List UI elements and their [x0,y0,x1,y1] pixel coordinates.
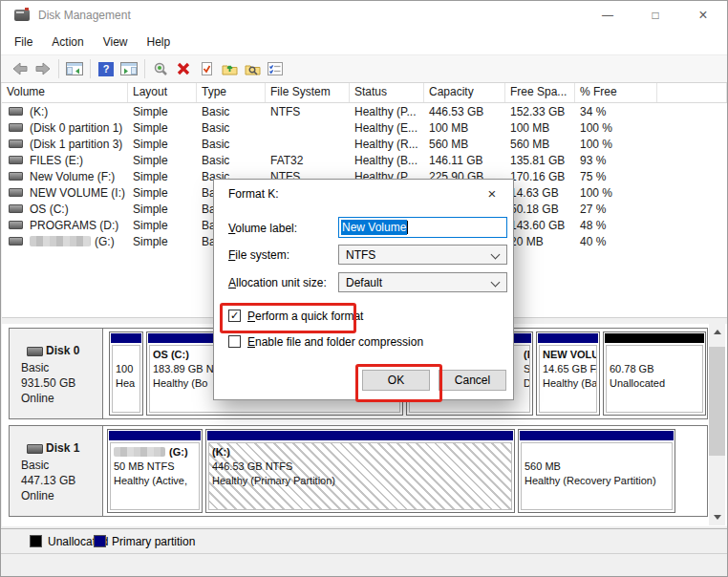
scroll-up-icon[interactable] [709,324,725,340]
legend-primary-label: Primary partition [112,535,195,548]
disk0-unallocated-space[interactable]: 60.78 GBUnallocated [603,331,706,416]
dialog-close-button[interactable]: × [481,183,503,203]
toolbar-separator [58,59,59,78]
table-header: Volume Layout Type File System Status Ca… [2,83,727,103]
primary-partition-bar [538,333,598,343]
view-options-icon[interactable] [264,57,287,80]
maximize-button[interactable]: □ [632,1,679,30]
text-caret [407,221,408,234]
properties-icon[interactable] [195,57,218,80]
volume-label-input[interactable]: New Volume [338,217,507,238]
volume-icon [9,107,23,116]
column-header-pct-free[interactable]: % Free [575,83,657,102]
column-header-file-system[interactable]: File System [266,83,350,102]
disk1-status: Online [21,489,54,502]
compression-checkbox[interactable] [228,335,241,348]
forward-icon[interactable] [32,57,54,80]
ok-annotation-box [355,364,442,402]
menu-action[interactable]: Action [42,32,93,53]
column-header-volume[interactable]: Volume [2,83,128,102]
volume-name: PROGRAMS (D:) [30,219,118,232]
legend-unallocated-swatch [30,535,42,547]
volume-name: NEW VOLUME (I:) [30,186,125,200]
column-header-type[interactable]: Type [197,83,266,102]
disk1-size: 447.13 GB [21,474,75,487]
column-header-free-space[interactable]: Free Spa... [505,83,575,102]
menu-view[interactable]: View [94,32,138,53]
disk-management-window: Disk Management — □ × File Action View H… [0,0,728,577]
compression-label: Enable file and folder compression [247,335,423,349]
disk1-partition-recovery[interactable]: 560 MBHealthy (Recovery Partition) [518,429,675,513]
primary-partition-bar [520,431,674,440]
help-icon[interactable]: ? [95,57,118,80]
show-console-tree-icon[interactable] [63,57,86,80]
disk-icon [27,444,43,454]
vertical-scrollbar[interactable] [709,324,725,525]
legend-bar: Unallocated Primary partition [1,528,727,553]
volume-label-label: Volume label: [228,222,297,235]
table-row-files-e[interactable]: FILES (E:) Simple Basic FAT32 Healthy (B… [2,152,727,168]
scrollbar-thumb[interactable] [709,347,725,456]
disk1-info-panel[interactable]: Disk 1 Basic 447.13 GB Online [10,426,103,516]
window-controls: — □ × [584,1,727,30]
rescan-disks-icon[interactable] [149,57,172,80]
chevron-down-icon [491,278,501,288]
disk0-partition-new-volume-i[interactable]: NEW VOLUME14.65 GB FATHealthy (Bas [536,331,600,416]
volume-name: (Disk 0 partition 1) [30,121,122,135]
open-icon[interactable] [218,57,241,80]
cancel-button[interactable]: Cancel [439,370,506,391]
disk-icon [27,347,43,356]
app-icon [14,10,30,21]
legend-primary-swatch [94,535,106,547]
file-system-label: File system: [228,248,289,262]
menu-bar: File Action View Help [1,30,727,54]
table-row-disk1-partition3[interactable]: (Disk 1 partition 3) Simple Basic Health… [2,136,727,152]
volume-icon [9,188,23,197]
toolbar-separator [144,59,145,78]
file-system-select[interactable]: NTFS [338,245,507,265]
volume-icon [9,204,23,213]
selected-text: New Volume [341,220,407,235]
column-header-status[interactable]: Status [350,83,424,102]
disk1-name: Disk 1 [46,441,79,455]
column-header-filler [657,83,727,102]
window-title: Disk Management [38,9,131,22]
primary-partition-bar [207,431,513,440]
redacted-volume-name [30,236,91,246]
disk0-partition-efi[interactable]: 100Hea [109,331,143,416]
volume-name: OS (C:) [30,203,69,216]
menu-file[interactable]: File [5,32,42,53]
toolbar: ? [1,54,727,83]
format-dialog: Format K: × Volume label: New Volume Fil… [213,179,514,400]
title-bar: Disk Management — □ × [1,1,727,30]
disk0-info-panel[interactable]: Disk 0 Basic 931.50 GB Online [10,329,103,418]
toolbar-separator [90,59,91,78]
disk1-partition-k-selected[interactable]: (K:)446.53 GB NTFSHealthy (Primary Parti… [205,429,515,513]
table-row-disk0-partition1[interactable]: (Disk 0 partition 1) Simple Basic Health… [2,119,727,136]
minimize-button[interactable]: — [584,1,632,30]
allocation-unit-select[interactable]: Default [338,272,507,292]
disk0-type: Basic [21,361,49,374]
column-header-capacity[interactable]: Capacity [424,83,505,102]
close-button[interactable]: × [679,1,727,30]
unallocated-bar [605,333,704,343]
allocation-unit-label: Allocation unit size: [228,276,327,289]
volume-name: FILES (E:) [30,154,83,167]
menu-help[interactable]: Help [138,32,181,53]
disk0-name: Disk 0 [46,344,79,357]
volume-icon [9,221,23,229]
column-header-layout[interactable]: Layout [128,83,197,102]
scroll-down-icon[interactable] [709,509,725,525]
disk1-partition-g[interactable]: (G:)50 MB NTFSHealthy (Active, [107,429,203,513]
primary-partition-bar [109,431,201,440]
explore-icon[interactable] [241,57,264,80]
chevron-down-icon [491,250,501,260]
disk0-size: 931.50 GB [21,376,75,390]
back-icon[interactable] [9,57,32,80]
delete-volume-icon[interactable] [172,57,195,80]
volume-icon [9,237,23,246]
table-row-k[interactable]: (K:) Simple Basic NTFS Healthy (P... 446… [2,103,727,119]
disk1-type: Basic [21,459,49,472]
status-bar [1,553,727,577]
show-action-pane-icon[interactable] [118,57,140,80]
